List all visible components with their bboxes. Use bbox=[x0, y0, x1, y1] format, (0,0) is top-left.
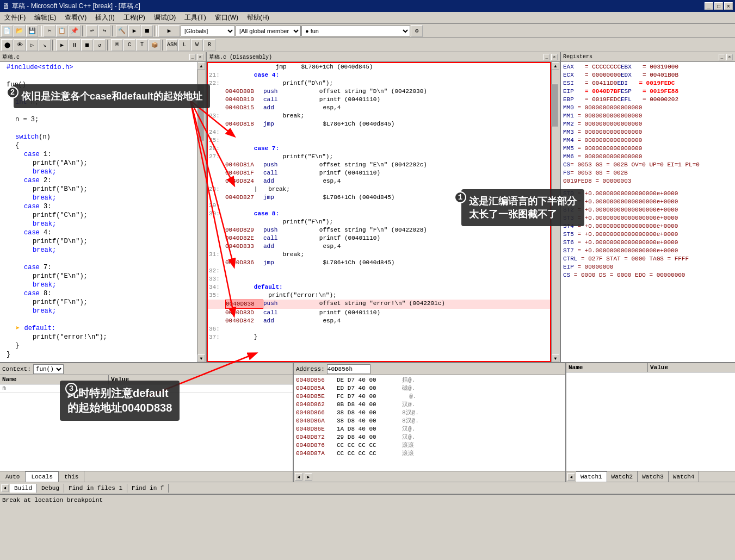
disasm-addr-40d81f: 0040D81F bbox=[225, 169, 263, 177]
context-dropdown[interactable]: fun() bbox=[33, 364, 64, 374]
menu-project[interactable]: 工程(P) bbox=[119, 12, 150, 23]
reg-row-mm6: MM6 = 0000000000000000 bbox=[563, 153, 733, 161]
reg-val-mm4: = 0000000000000000 bbox=[577, 137, 642, 144]
tb-watch2[interactable]: W bbox=[191, 39, 203, 51]
menu-debug[interactable]: 调试(D) bbox=[150, 12, 181, 23]
tb-watch[interactable]: 👁 bbox=[14, 39, 26, 51]
tb-step-in[interactable]: ↘ bbox=[39, 39, 51, 51]
reg-close[interactable]: × bbox=[726, 54, 733, 60]
dropdown-fun[interactable]: ● fun bbox=[301, 26, 410, 36]
tb-restart[interactable]: ↺ bbox=[94, 39, 106, 51]
minimize-button[interactable]: _ bbox=[705, 2, 713, 10]
tb-run[interactable]: ▶ bbox=[128, 25, 140, 37]
tb-asm[interactable]: ASM bbox=[166, 39, 178, 51]
disasm-line-40d842: 0040D842 add esp,4 bbox=[207, 317, 560, 325]
tb-run2[interactable]: ▶ bbox=[56, 39, 68, 51]
tb-locals[interactable]: L bbox=[178, 39, 190, 51]
watch-scroll-left[interactable]: ◄ bbox=[567, 473, 575, 481]
tb-pause[interactable]: ⏸ bbox=[69, 39, 81, 51]
tab-find2[interactable]: Find in f bbox=[127, 484, 169, 493]
mem-addr-866: 0040D866 bbox=[296, 409, 337, 417]
disasm-addr-40d81a: 0040D81A bbox=[225, 161, 263, 169]
disasm-op-push2: push bbox=[263, 161, 291, 169]
title-bar-controls[interactable]: _ □ × bbox=[705, 2, 733, 10]
tab-auto[interactable]: Auto bbox=[0, 471, 26, 482]
mem-scroll-left[interactable]: ◄ bbox=[295, 473, 302, 481]
tab-watch3[interactable]: Watch3 bbox=[638, 471, 669, 482]
restore-button[interactable]: □ bbox=[714, 2, 723, 10]
tab-watch4[interactable]: Watch4 bbox=[669, 471, 700, 482]
disasm-scroll-thumb[interactable] bbox=[552, 84, 558, 127]
code-break8: break; bbox=[0, 307, 206, 315]
reg-minimize[interactable]: _ bbox=[719, 54, 725, 60]
address-input[interactable] bbox=[327, 364, 370, 374]
tab-watch1[interactable]: Watch1 bbox=[576, 471, 607, 482]
code-scroll-thumb[interactable] bbox=[197, 84, 204, 141]
disasm-scroll-up[interactable]: ▲ bbox=[552, 62, 559, 70]
code-default: ➤ default: bbox=[0, 324, 206, 333]
disasm-minimize[interactable]: _ bbox=[543, 54, 550, 60]
code-panel-close[interactable]: × bbox=[197, 54, 203, 60]
disasm-args-printf3: printf (00401110) bbox=[291, 234, 380, 242]
disasm-blank1 bbox=[209, 88, 225, 96]
menu-tools[interactable]: 工具(T) bbox=[180, 12, 210, 23]
tb-build[interactable]: 🔨 bbox=[116, 25, 128, 37]
tb-undo[interactable]: ↩ bbox=[86, 25, 98, 37]
tb-settings[interactable]: ⚙ bbox=[411, 25, 423, 37]
code-line-blank3 bbox=[0, 124, 206, 133]
tb-call[interactable]: C bbox=[123, 39, 135, 51]
disasm-scrollbar-v[interactable]: ▲ ▼ bbox=[551, 62, 560, 362]
code-scroll-up[interactable]: ▲ bbox=[197, 62, 205, 70]
tb-stop2[interactable]: ⏹ bbox=[81, 39, 93, 51]
reg-row-esi: ESI = 00411D0 EDI = 0019FEDC bbox=[563, 79, 733, 88]
dropdown-members[interactable]: [All global member bbox=[236, 26, 301, 36]
disasm-args-f: offset string "F\n" (00422028) bbox=[291, 226, 427, 234]
out-scroll-left[interactable]: ◄ bbox=[1, 484, 9, 492]
menu-window[interactable]: 窗口(W) bbox=[211, 12, 243, 23]
code-panel-minimize[interactable]: _ bbox=[189, 54, 196, 60]
dropdown-globals[interactable]: [Globals] bbox=[181, 26, 235, 36]
mem-scroll-right[interactable]: ► bbox=[305, 473, 312, 481]
menu-help[interactable]: 帮助(H) bbox=[243, 12, 274, 23]
tab-build[interactable]: Build bbox=[10, 484, 37, 493]
reg-name-st5: ST5 bbox=[563, 231, 574, 238]
menu-view[interactable]: 查看(V) bbox=[60, 12, 91, 23]
code-scroll-track[interactable] bbox=[197, 70, 206, 354]
menu-insert[interactable]: 插入(I) bbox=[91, 12, 119, 23]
tab-this[interactable]: this bbox=[59, 471, 84, 482]
menu-edit[interactable]: 编辑(E) bbox=[30, 12, 60, 23]
disasm-break2-label: | break; bbox=[225, 185, 290, 194]
tb-open[interactable]: 📂 bbox=[14, 25, 26, 37]
disasm-scroll-track[interactable] bbox=[552, 70, 560, 354]
editors-row: 草稿.c _ × #include<stdio.h> fun() { bbox=[0, 52, 735, 362]
menu-file[interactable]: 文件(F) bbox=[0, 12, 30, 23]
tb-paste[interactable]: 📌 bbox=[69, 25, 81, 37]
tb-modules[interactable]: 📦 bbox=[149, 39, 160, 51]
close-button[interactable]: × bbox=[724, 2, 733, 10]
disasm-close[interactable]: × bbox=[551, 54, 558, 60]
tb-redo[interactable]: ↪ bbox=[98, 25, 110, 37]
tab-debug[interactable]: Debug bbox=[37, 484, 64, 493]
watch-content bbox=[566, 372, 735, 471]
tab-watch2[interactable]: Watch2 bbox=[607, 471, 638, 482]
tb-new[interactable]: 📄 bbox=[1, 25, 13, 37]
tb-threads[interactable]: T bbox=[136, 39, 148, 51]
tab-find1[interactable]: Find in files 1 bbox=[64, 484, 127, 493]
tb-regs[interactable]: R bbox=[203, 39, 215, 51]
reg-val-eip2: = 00000000 bbox=[577, 264, 613, 270]
tb-step-over[interactable]: ▷ bbox=[26, 39, 38, 51]
tb-btn-extra[interactable]: ▶ bbox=[158, 25, 180, 37]
tb-memory[interactable]: M bbox=[111, 39, 123, 51]
code-scrollbar-v[interactable]: ▲ ▼ bbox=[197, 62, 206, 362]
code-scroll-down[interactable]: ▼ bbox=[197, 354, 205, 362]
tab-locals[interactable]: Locals bbox=[26, 471, 59, 482]
tb-breakpoint[interactable]: ⬤ bbox=[1, 39, 13, 51]
tb-save[interactable]: 💾 bbox=[26, 25, 38, 37]
reg-val-st1: = +0.00000000000000000e+0000 bbox=[577, 198, 678, 205]
disasm-scroll-down[interactable]: ▼ bbox=[552, 354, 559, 362]
tb-copy[interactable]: 📋 bbox=[56, 25, 68, 37]
code-case7-val: 7: bbox=[40, 263, 52, 272]
tb-stop[interactable]: ⏹ bbox=[141, 25, 153, 37]
disasm-line-40d80b: 0040D80B push offset string "D\n" (00422… bbox=[207, 88, 560, 96]
tb-cut[interactable]: ✂ bbox=[44, 25, 55, 37]
